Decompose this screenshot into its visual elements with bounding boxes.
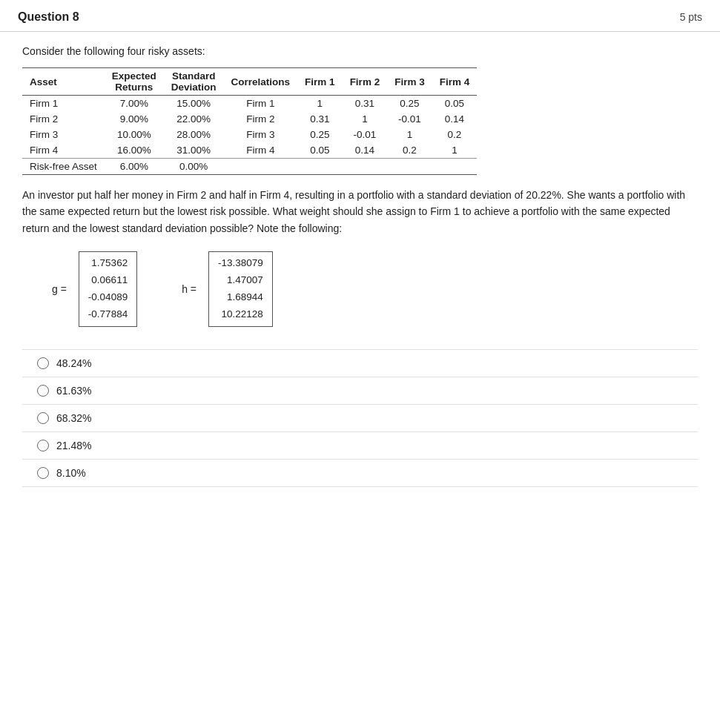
question-title: Question 8 (18, 10, 79, 24)
answer-option-3[interactable]: 68.32% (22, 404, 698, 431)
table-row: Firm 4 16.00% 31.00% Firm 4 0.05 0.14 0.… (22, 142, 477, 159)
table-row: Firm 2 9.00% 22.00% Firm 2 0.31 1 -0.01 … (22, 111, 477, 127)
assets-table: Asset Expected Returns Standard Deviatio… (22, 67, 477, 175)
answer-label-3: 68.32% (56, 412, 91, 424)
radio-3[interactable] (37, 412, 49, 424)
radio-4[interactable] (37, 440, 49, 451)
h-matrix: -13.38079 1.47007 1.68944 10.22128 (208, 251, 273, 327)
intro-text: Consider the following four risky assets… (22, 45, 698, 57)
g-label: g = (52, 283, 67, 295)
answer-option-5[interactable]: 8.10% (22, 459, 698, 487)
answer-label-4: 21.48% (56, 440, 91, 451)
question-header: Question 8 5 pts (0, 0, 720, 32)
answer-label-5: 8.10% (56, 467, 86, 479)
col-correlations: Correlations (224, 68, 298, 96)
table-row: Firm 3 10.00% 28.00% Firm 3 0.25 -0.01 1… (22, 127, 477, 142)
table-row: Firm 1 7.00% 15.00% Firm 1 1 0.31 0.25 0… (22, 96, 477, 112)
h-label: h = (182, 283, 196, 295)
radio-2[interactable] (37, 385, 49, 397)
radio-5[interactable] (37, 467, 49, 479)
question-content: Consider the following four risky assets… (0, 32, 720, 502)
col-expected: Expected Returns (105, 68, 164, 96)
col-asset: Asset (22, 68, 105, 96)
col-stddev: Standard Deviation (164, 68, 224, 96)
description-text: An investor put half her money in Firm 2… (22, 187, 698, 236)
answer-option-2[interactable]: 61.63% (22, 377, 698, 404)
vectors-area: g = 1.75362 0.06611 -0.04089 -0.77884 h … (52, 251, 698, 327)
answer-label-1: 48.24% (56, 357, 91, 369)
col-firm4: Firm 4 (432, 68, 478, 96)
table-row-riskfree: Risk-free Asset 6.00% 0.00% (22, 159, 477, 175)
answer-label-2: 61.63% (56, 385, 91, 397)
col-firm1: Firm 1 (297, 68, 343, 96)
question-points: 5 pts (680, 11, 702, 23)
answer-option-4[interactable]: 21.48% (22, 431, 698, 459)
radio-1[interactable] (37, 357, 49, 369)
g-matrix: 1.75362 0.06611 -0.04089 -0.77884 (79, 251, 137, 327)
answer-choices: 48.24% 61.63% 68.32% 21.48% 8.10% (22, 349, 698, 487)
page: Question 8 5 pts Consider the following … (0, 0, 720, 728)
col-firm2: Firm 2 (343, 68, 388, 96)
col-firm3: Firm 3 (387, 68, 432, 96)
answer-option-1[interactable]: 48.24% (22, 349, 698, 377)
h-vector-block: h = -13.38079 1.47007 1.68944 10.22128 (182, 251, 273, 327)
g-vector-block: g = 1.75362 0.06611 -0.04089 -0.77884 (52, 251, 137, 327)
